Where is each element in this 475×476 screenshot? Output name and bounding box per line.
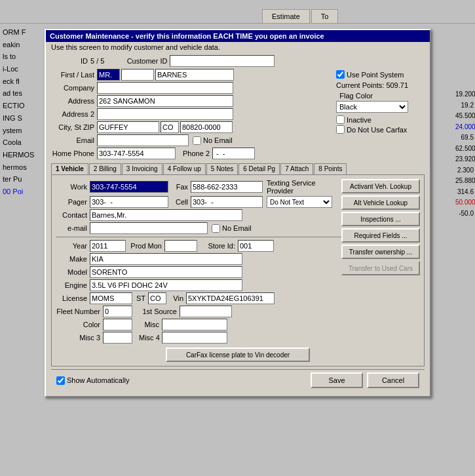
cell-input[interactable] [191,196,263,208]
vin-label: Vin [172,294,186,302]
use-point-system-checkbox-label[interactable]: Use Point System [336,70,425,79]
phone2-input[interactable] [212,148,255,159]
st-input[interactable] [148,292,166,304]
address-input[interactable] [97,95,233,107]
email-input[interactable] [97,134,189,146]
tab-attach[interactable]: 7 Attach [280,163,313,174]
tab-detail-pg[interactable]: 6 Detail Pg [238,163,280,174]
model-input[interactable] [90,266,242,278]
activate-veh-lookup-button[interactable]: Activant Veh. Lookup [341,179,420,193]
inspections-button[interactable]: Inspections ... [341,212,420,226]
vehicle-no-email-label[interactable]: No Email [212,224,252,233]
tab-billing[interactable]: 2 Billing [89,163,121,174]
first-name-input[interactable] [121,69,154,81]
home-phone-input[interactable] [97,148,176,159]
work-label: Work [56,183,90,191]
tab-to[interactable]: To [311,9,339,23]
customer-id-input[interactable] [170,55,275,67]
tab-invoicing[interactable]: 3 Invoicing [122,163,162,174]
dialog-titlebar: Customer Maintenance - verify this infor… [46,30,430,42]
vin-input[interactable] [186,292,275,304]
alt-vehicle-lookup-button[interactable]: Alt Vehicle Lookup [341,195,420,210]
phone2-label: Phone 2 [178,149,212,157]
side-buttons-panel: Activant Veh. Lookup Alt Vehicle Lookup … [341,179,420,275]
email-label: Email [51,136,97,144]
customer-maintenance-dialog: Customer Maintenance - verify this infor… [45,29,431,397]
prod-mon-label: Prod Mon [128,242,164,250]
texting-service-label: Texting Service Provider [267,179,337,195]
misc-input[interactable] [162,319,227,330]
tab-estimate[interactable]: Estimate [262,9,310,23]
year-label: Year [56,242,90,250]
city-st-zip-label: City, St ZIP [51,123,97,131]
state-input[interactable] [161,121,179,133]
last-name-input[interactable] [155,69,234,81]
misc4-label: Misc 4 [139,334,162,342]
misc4-input[interactable] [162,332,227,344]
prod-mon-input[interactable] [164,240,197,252]
engine-input[interactable] [90,279,242,291]
store-id-input[interactable] [238,240,274,252]
license-input[interactable] [90,292,132,304]
address2-input[interactable] [97,108,233,120]
model-label: Model [56,268,90,276]
use-point-system-checkbox[interactable] [336,70,345,79]
misc-label: Misc [139,321,162,328]
show-automatically-checkbox[interactable] [56,376,65,385]
bg-numbers: 19.20019.245.50024.00069.562.50023.9202.… [455,89,474,219]
misc3-input[interactable] [103,332,132,344]
tab-follow-up[interactable]: 4 Follow up [163,163,206,174]
customer-id-label: Customer ID [117,57,170,65]
current-points-value: 509.71 [386,81,408,89]
do-not-use-carfax-label[interactable]: Do Not Use Carfax [336,125,425,134]
inactive-checkbox-label[interactable]: Inactive [336,115,425,124]
company-label: Company [51,84,97,92]
city-input[interactable] [97,121,159,133]
required-fields-button[interactable]: Required Fields ... [341,228,420,243]
no-email-checkbox[interactable] [193,136,201,145]
cancel-button[interactable]: Cancel [367,372,419,388]
zip-input[interactable] [180,121,233,133]
address-label: Address [51,97,97,105]
pager-label: Pager [56,198,90,206]
inactive-checkbox[interactable] [336,115,345,124]
texting-service-select[interactable]: Do Not Text [267,196,332,208]
contact-label: Contact [56,211,90,219]
fax-input[interactable] [191,181,263,193]
tab-notes[interactable]: 5 Notes [206,163,238,174]
do-not-use-carfax-checkbox[interactable] [336,125,345,134]
tab-points[interactable]: 8 Points [314,163,347,174]
no-email-checkbox-label[interactable]: No Email [193,136,233,145]
address2-label: Address 2 [51,110,97,118]
store-id-label: Store Id: [204,242,238,250]
color-label: Color [56,321,103,328]
vehicle-tabs: 1 Vehicle 2 Billing 3 Invoicing 4 Follow… [51,163,425,174]
flag-color-select[interactable]: Black [336,101,408,113]
pager-input[interactable] [90,196,168,208]
vehicle-email-input[interactable] [90,222,208,234]
make-input[interactable] [90,253,242,265]
carfax-row: CarFax license plate to Vin decoder [56,347,420,362]
first-source-input[interactable] [180,306,232,317]
save-button[interactable]: Save [311,372,363,388]
flag-color-label: Flag Color [336,92,375,100]
fax-label: Fax [172,183,191,191]
tab-vehicle[interactable]: 1 Vehicle [51,163,88,174]
prefix-input[interactable] [97,69,120,81]
first-last-label: First / Last [51,71,97,79]
work-phone-input[interactable] [90,181,168,193]
transfer-ownership-button[interactable]: Transfer ownership ... [341,245,420,259]
contact-input[interactable] [90,209,242,221]
fleet-number-input[interactable] [103,306,132,317]
engine-label: Engine [56,281,90,289]
year-input[interactable] [90,240,126,252]
id-label: ID [51,57,90,65]
carfax-button[interactable]: CarFax license plate to Vin decoder [166,347,310,362]
color-input[interactable] [103,319,132,330]
vehicle-no-email-checkbox[interactable] [212,224,220,233]
transfer-used-cars-button[interactable]: Transfer to Used Cars [341,261,420,275]
show-automatically-label[interactable]: Show Automatically [56,376,129,385]
tab-content-vehicle: Activant Veh. Lookup Alt Vehicle Lookup … [51,174,425,367]
company-input[interactable] [97,82,233,94]
first-source-label: 1st Source [139,307,180,315]
